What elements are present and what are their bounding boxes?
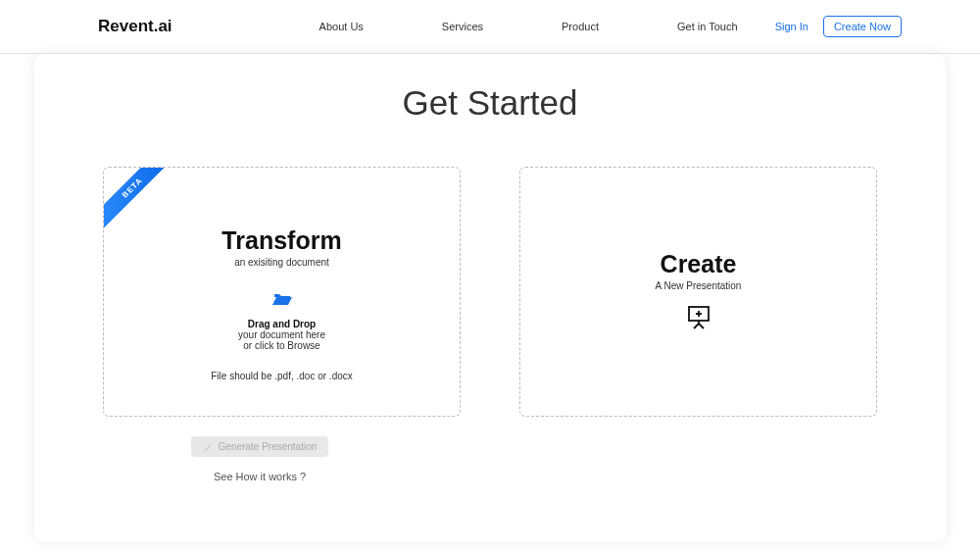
cards-row: BETA Transform an exisiting document Dra… — [103, 167, 877, 417]
page-title: Get Started — [103, 83, 877, 123]
nav-about[interactable]: About Us — [319, 21, 364, 32]
drag-drop-sub2: or click to Browse — [243, 340, 319, 351]
svg-line-5 — [699, 324, 704, 328]
generate-presentation-button: Generate Presentation — [191, 436, 329, 457]
beta-label: BETA — [103, 167, 176, 231]
main-panel: Get Started BETA Transform an exisiting … — [34, 54, 946, 542]
nav-contact[interactable]: Get in Touch — [677, 21, 738, 32]
header-right: Sign In Create Now — [775, 16, 902, 37]
nav-product[interactable]: Product — [562, 21, 599, 32]
generate-label: Generate Presentation — [219, 441, 318, 452]
transform-title: Transform — [221, 226, 341, 255]
create-card[interactable]: Create A New Presentation — [519, 167, 877, 417]
transform-subtitle: an exisiting document — [234, 257, 329, 268]
header: Revent.ai About Us Services Product Get … — [0, 0, 980, 54]
drag-drop-sub1: your document here — [238, 329, 325, 340]
below-transform: Generate Presentation See How it works ? — [103, 436, 416, 482]
beta-ribbon: BETA — [103, 167, 178, 242]
nav-services[interactable]: Services — [442, 21, 483, 32]
signin-link[interactable]: Sign In — [775, 21, 808, 32]
presentation-icon — [688, 306, 710, 333]
folder-open-icon — [272, 292, 292, 311]
create-title: Create — [661, 250, 737, 278]
file-type-info: File should be .pdf, .doc or .docx — [211, 371, 353, 381]
svg-point-6 — [210, 443, 211, 444]
svg-point-7 — [207, 442, 208, 443]
logo[interactable]: Revent.ai — [98, 17, 172, 36]
svg-line-4 — [694, 324, 699, 328]
transform-card[interactable]: BETA Transform an exisiting document Dra… — [103, 167, 461, 417]
drag-drop-label: Drag and Drop — [248, 319, 316, 329]
create-subtitle: A New Presentation — [656, 280, 742, 291]
how-it-works-link[interactable]: See How it works ? — [214, 471, 306, 482]
create-now-button[interactable]: Create Now — [823, 16, 902, 37]
magic-wand-icon — [203, 442, 213, 452]
top-nav: About Us Services Product Get in Touch — [319, 21, 738, 32]
